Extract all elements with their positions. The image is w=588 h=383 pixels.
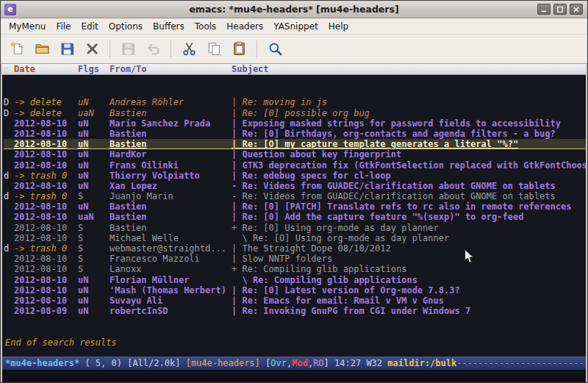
message-row[interactable]: 2012-08-10uNHardKor| Question about key … (4, 149, 586, 160)
message-flags: uN (78, 306, 110, 316)
message-row[interactable]: 2012-08-10uNMario Sanchez Prada| Exposin… (4, 118, 586, 129)
message-flags: uN (78, 139, 110, 148)
message-from: Mario Sanchez Prada (110, 118, 232, 129)
column-header-subject[interactable]: Subject (232, 64, 586, 74)
message-subj: | Question about key fingerprint (232, 149, 586, 160)
column-header-date[interactable]: Date (14, 64, 78, 74)
toolbar (1, 35, 587, 64)
message-row[interactable]: 2012-08-10uNBastien| Re: [0] [PATCH] Tra… (4, 201, 586, 212)
message-subj: - Re: Videos from GUADEC/clarification a… (232, 181, 586, 191)
message-subj: | Exposing masked strings for password f… (232, 118, 586, 129)
message-row[interactable]: d-> trash 0uNThierry Volpiatto| Re: edeb… (4, 171, 586, 181)
message-row[interactable]: 2012-08-10uaNBastien| Re: [0] Add the ca… (4, 212, 586, 222)
message-date: 2012-08-10 (14, 181, 78, 191)
mode-line[interactable]: *mu4e-headers* ( 5, 0) [All/2.0k] [mu4e-… (2, 357, 586, 370)
message-row[interactable]: 2012-08-10uNFlorian Müllner \ Re: Compil… (4, 275, 586, 285)
emacs-window: e emacs: *mu4e-headers* [mu4e-headers] M… (0, 0, 588, 383)
kill-buffer-icon[interactable] (80, 38, 104, 60)
message-row[interactable]: 2012-08-10uNFrans Oilinki| GTK3 deprecat… (4, 160, 586, 171)
message-subj: \ Re: [O] Using org-mode as day planner (232, 233, 586, 243)
message-mark (4, 264, 14, 274)
message-row[interactable]: 2012-08-10uNBastien| Re: [O] my capture … (4, 139, 586, 149)
close-button[interactable] (570, 4, 583, 15)
message-flags: S (78, 223, 110, 233)
menu-file[interactable]: File (51, 20, 76, 33)
window-title: emacs: *mu4e-headers* [mu4e-headers] (1, 4, 587, 15)
message-mark (4, 160, 14, 171)
message-subj: | GTK3 deprecation fix (GtkFontSelection… (232, 160, 586, 171)
message-subj: | Slow NNTP folders (232, 254, 586, 264)
modeline-plain: [All/2.0k] (127, 358, 185, 368)
menu-mymenu[interactable]: MyMenu (4, 20, 51, 33)
copy-icon[interactable] (202, 38, 226, 60)
new-file-icon[interactable] (5, 38, 29, 60)
message-rows: D-> deleteuNAndreas Röhler| Re: moving i… (4, 97, 586, 316)
message-date: -> delete (14, 97, 78, 107)
search-icon[interactable] (263, 38, 287, 60)
message-row[interactable]: 2012-08-10uNBastien| Re: [0] Birthdays, … (4, 129, 586, 139)
message-subj: | Re: [0] Latest version of Org-mode 7.8… (232, 285, 586, 296)
message-subj: | Re: [0] Birthdays, org-contacts and ag… (232, 129, 586, 139)
message-flags: S (78, 191, 110, 201)
message-row[interactable]: 2012-08-10uNXan Lopez- Re: Videos from G… (4, 181, 586, 191)
message-row[interactable]: D-> deleteuaNBastien| Re: [0] possible o… (4, 108, 586, 118)
modeline-plain: W32 (366, 358, 387, 368)
message-row[interactable]: d-> trash 0Swebmaster@straightd...| The … (4, 243, 586, 254)
save-icon[interactable] (55, 38, 79, 60)
message-row[interactable]: 2012-08-10SLanoxx+ Re: Compiling glib ap… (4, 264, 586, 274)
message-mark (4, 181, 14, 191)
message-flags: uN (78, 296, 110, 306)
window-controls (537, 4, 583, 15)
message-from: 'Mash (Thomas Herbert) (110, 285, 232, 296)
message-subj: | Re: edebug specs for cl-loop (232, 171, 586, 181)
sort-indicator-icon: ▼ (4, 64, 14, 74)
message-from: Bastien (110, 139, 232, 148)
message-date: 2012-08-09 (14, 306, 78, 316)
message-mark (4, 285, 14, 296)
message-row[interactable]: 2012-08-10SMichael Welle \ Re: [O] Using… (4, 233, 586, 243)
minimize-button[interactable] (537, 4, 551, 15)
message-row[interactable]: 2012-08-10SFrancesco Mazzoli| Slow NNTP … (4, 254, 586, 264)
message-flags: uN (78, 275, 110, 285)
message-flags: uaN (78, 108, 110, 118)
message-date: 2012-08-10 (14, 201, 78, 212)
message-row[interactable]: 2012-08-10SBastien+ Re: [0] Using org-mo… (4, 223, 586, 233)
menu-options[interactable]: Options (104, 20, 148, 33)
column-header-flags[interactable]: Flgs (78, 64, 110, 74)
message-row[interactable]: 2012-08-10uN'Mash (Thomas Herbert)| Re: … (4, 285, 586, 296)
emacs-frame: ▼ Date Flgs From/To Subject D-> deleteuN… (1, 64, 587, 382)
message-date: 2012-08-10 (14, 275, 78, 285)
modeline-plain: ( 5, 0) (79, 358, 127, 368)
menu-buffers[interactable]: Buffers (148, 20, 190, 33)
menu-bar: MyMenuFileEditOptionsBuffersToolsHeaders… (1, 18, 587, 35)
message-from: Bastien (110, 108, 232, 118)
end-of-results: End of search results (4, 337, 586, 348)
cut-icon[interactable] (177, 38, 201, 60)
menu-headers[interactable]: Headers (221, 20, 268, 33)
message-date: -> trash 0 (14, 171, 78, 181)
open-file-icon[interactable] (30, 38, 54, 60)
titlebar[interactable]: e emacs: *mu4e-headers* [mu4e-headers] (1, 1, 587, 18)
paste-icon[interactable] (227, 38, 251, 60)
message-row[interactable]: 2012-08-10uNSuvayu Ali| Re: Emacs for em… (4, 296, 586, 306)
message-list: D-> deleteuNAndreas Röhler| Re: moving i… (2, 75, 586, 357)
message-from: Bastien (110, 223, 232, 233)
toolbar-separator (171, 40, 171, 58)
message-flags: uN (78, 129, 110, 139)
emacs-icon: e (4, 4, 16, 15)
maximize-button[interactable] (553, 4, 567, 15)
menu-tools[interactable]: Tools (190, 20, 222, 33)
toolbar-separator (110, 40, 110, 58)
column-header-from[interactable]: From/To (110, 64, 232, 74)
menu-help[interactable]: Help (323, 20, 354, 33)
message-mark (4, 275, 14, 285)
menu-edit[interactable]: Edit (76, 20, 104, 33)
message-flags: uN (78, 171, 110, 181)
message-row[interactable]: d-> trash 0SJuanjo Marin- Re: Videos fro… (4, 191, 586, 201)
message-row[interactable]: 2012-08-09uNrobertcInSD| Re: Invoking Gn… (4, 306, 586, 316)
message-row[interactable]: D-> deleteuNAndreas Röhler| Re: moving i… (4, 97, 586, 107)
message-flags: uN (78, 160, 110, 171)
message-from: HardKor (110, 149, 232, 160)
message-mark (4, 139, 14, 148)
menu-yasnippet[interactable]: YASnippet (268, 20, 323, 33)
